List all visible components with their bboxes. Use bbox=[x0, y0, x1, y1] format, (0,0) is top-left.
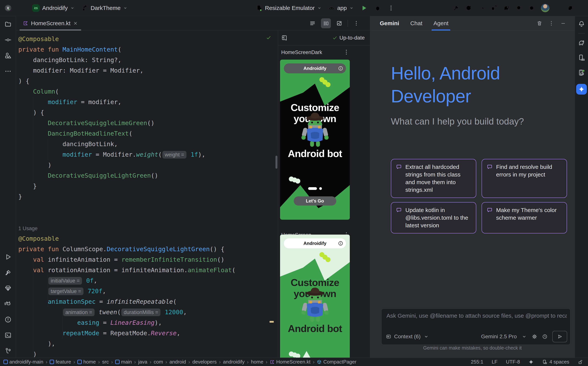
main-menu-icon[interactable] bbox=[19, 5, 25, 11]
version-control-icon[interactable] bbox=[4, 347, 12, 355]
code-line[interactable]: easing = LinearEasing), bbox=[18, 318, 270, 328]
code-line[interactable]: } bbox=[18, 181, 270, 191]
hide-panel-icon[interactable] bbox=[560, 20, 566, 26]
problems-icon[interactable] bbox=[4, 316, 12, 323]
editor-options-icon[interactable] bbox=[351, 18, 361, 28]
suggestion-card[interactable]: Update kotlin in @libs.version.toml to t… bbox=[391, 202, 476, 233]
notifications-icon[interactable] bbox=[578, 20, 585, 28]
code-line[interactable]: @Composable bbox=[18, 34, 270, 44]
gradle-sync-icon[interactable] bbox=[503, 5, 510, 11]
breadcrumb-item[interactable]: feature bbox=[50, 359, 71, 365]
gemini-prompt-input[interactable]: Ask Gemini, use @filename to attach sour… bbox=[381, 308, 570, 345]
code-line[interactable]: modifier: Modifier = Modifier, bbox=[18, 65, 270, 76]
code-line[interactable]: repeatMode = RepeatMode.Reverse, bbox=[18, 328, 270, 338]
user-avatar[interactable] bbox=[541, 4, 550, 12]
more-actions-icon[interactable] bbox=[388, 5, 394, 11]
code-line[interactable]: DecorativeSquiggleLimeGreen() bbox=[18, 118, 270, 128]
more-tool-windows-icon[interactable] bbox=[4, 68, 12, 75]
breadcrumb-item[interactable]: src bbox=[102, 359, 109, 365]
caret-position[interactable]: 255:1 bbox=[471, 359, 483, 365]
run-tool-icon[interactable] bbox=[4, 253, 12, 260]
code-line[interactable] bbox=[18, 213, 270, 223]
build-icon[interactable] bbox=[453, 5, 459, 11]
terminal-icon[interactable] bbox=[4, 332, 12, 339]
inspections-ok-icon[interactable] bbox=[266, 35, 271, 40]
code-line[interactable]: ) { bbox=[18, 107, 270, 118]
code-line[interactable]: Column( bbox=[18, 86, 270, 97]
code-line[interactable]: ) { bbox=[18, 76, 270, 86]
debug-button[interactable] bbox=[374, 4, 381, 12]
code-line[interactable]: val infiniteAnimation = rememberInfinite… bbox=[18, 254, 270, 265]
commit-tool-icon[interactable] bbox=[4, 36, 12, 44]
code-editor[interactable]: @Composableprivate fun MainHomeContent( … bbox=[16, 30, 278, 358]
gemini-status-icon[interactable] bbox=[528, 359, 534, 365]
delete-conversation-icon[interactable] bbox=[536, 20, 542, 26]
code-line[interactable]: modifier = modifier, bbox=[18, 97, 270, 107]
line-separator[interactable]: LF bbox=[492, 359, 497, 365]
breadcrumb-item[interactable]: home bbox=[251, 359, 263, 365]
model-selector[interactable]: Gemini 2.5 Pro bbox=[481, 334, 517, 340]
code-line[interactable]: val rotationAnimation = infiniteAnimatio… bbox=[18, 265, 270, 275]
code-line[interactable] bbox=[18, 202, 270, 213]
project-tool-icon[interactable] bbox=[4, 21, 12, 28]
history-icon[interactable] bbox=[542, 334, 548, 339]
window-minimize-icon[interactable] bbox=[556, 5, 561, 11]
code-line[interactable]: ), bbox=[18, 338, 270, 349]
running-devices-icon[interactable] bbox=[578, 69, 585, 76]
preview-label-homescreendark[interactable]: HomeScreenDark bbox=[281, 48, 322, 56]
breadcrumb-item[interactable]: com bbox=[153, 359, 163, 365]
tab-homescreen-kt[interactable]: HomeScreen.kt bbox=[18, 16, 82, 30]
attach-context-icon[interactable] bbox=[386, 334, 391, 339]
breadcrumb-item[interactable]: androidify bbox=[223, 359, 245, 365]
design-view-button[interactable] bbox=[334, 18, 344, 28]
code-line[interactable]: @Composable bbox=[18, 233, 270, 244]
breadcrumb-item[interactable]: main bbox=[115, 359, 132, 365]
code-line[interactable]: DancingBotHeadlineText( bbox=[18, 128, 270, 139]
apply-changes-icon[interactable] bbox=[465, 5, 472, 11]
code-line[interactable]: } bbox=[18, 191, 270, 202]
build-tool-icon[interactable] bbox=[4, 269, 12, 276]
code-line[interactable]: private fun MainHomeContent( bbox=[18, 44, 270, 55]
split-view-button[interactable] bbox=[321, 18, 331, 28]
code-line[interactable]: animationSpec = infiniteRepeatable( bbox=[18, 297, 270, 307]
breadcrumb-item[interactable]: developers bbox=[192, 359, 217, 365]
vcs-branch-widget[interactable]: DarkTheme bbox=[82, 5, 128, 11]
code-view-button[interactable] bbox=[308, 18, 318, 28]
breadcrumb-item[interactable]: HomeScreen.kt bbox=[270, 359, 310, 365]
suggestion-card[interactable]: Find and resolve build errors in my proj… bbox=[481, 159, 567, 198]
code-line[interactable]: modifier = Modifier.weight(weight = 1f), bbox=[18, 149, 270, 160]
search-everywhere-icon[interactable] bbox=[516, 5, 522, 11]
send-button[interactable] bbox=[552, 331, 567, 342]
file-encoding[interactable]: UTF-8 bbox=[506, 359, 520, 365]
gemini-options-icon[interactable] bbox=[548, 20, 554, 26]
breadcrumb-item[interactable]: home bbox=[77, 359, 96, 365]
gemini-tool-icon[interactable] bbox=[576, 84, 587, 95]
preview-layout-icon[interactable] bbox=[281, 35, 288, 41]
breadcrumb-item[interactable]: android bbox=[169, 359, 186, 365]
editor-scrollbar[interactable] bbox=[275, 156, 277, 169]
window-close-icon[interactable] bbox=[579, 5, 585, 11]
device-selector[interactable]: Resizable Emulator bbox=[256, 5, 322, 11]
tab-agent[interactable]: Agent bbox=[434, 16, 448, 30]
code-line[interactable]: initialValue = 0f, bbox=[18, 275, 270, 286]
code-line[interactable]: dancingBotLink, bbox=[18, 139, 270, 149]
tab-chat[interactable]: Chat bbox=[410, 16, 422, 30]
code-area[interactable]: @Composableprivate fun MainHomeContent( … bbox=[18, 34, 270, 358]
code-line[interactable]: animation = tween(durationMillis = 12000… bbox=[18, 307, 270, 318]
breadcrumb-item[interactable]: CompactPager bbox=[317, 359, 356, 365]
code-line[interactable]: private fun ColumnScope.DecorativeSquigg… bbox=[18, 244, 270, 254]
run-button[interactable] bbox=[360, 4, 367, 12]
window-restore-icon[interactable] bbox=[567, 5, 573, 11]
device-manager-icon[interactable] bbox=[578, 54, 585, 61]
logcat-icon[interactable] bbox=[4, 300, 12, 308]
gemini-settings-icon[interactable] bbox=[532, 334, 537, 339]
code-line[interactable]: ) bbox=[18, 349, 270, 358]
resource-manager-icon[interactable] bbox=[4, 52, 12, 59]
settings-icon[interactable] bbox=[528, 5, 535, 11]
project-selector[interactable]: Androidify bbox=[32, 4, 75, 12]
suggestion-card[interactable]: Extract all hardcoded strings from this … bbox=[391, 159, 476, 198]
code-line[interactable]: 1 Usage bbox=[18, 223, 270, 233]
context-selector[interactable]: Context (6) bbox=[394, 334, 421, 340]
attach-debugger-icon[interactable] bbox=[491, 5, 497, 11]
profiler-icon[interactable] bbox=[478, 5, 484, 11]
